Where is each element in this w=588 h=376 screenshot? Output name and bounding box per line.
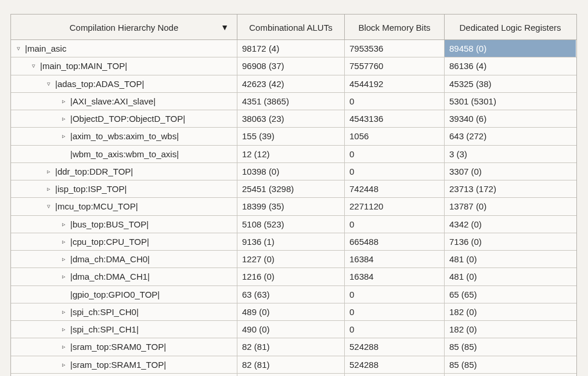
node-cell[interactable]: ▿|main_asic (11, 40, 237, 57)
expander-closed-icon[interactable]: ▹ (60, 131, 68, 141)
col-header-aluts[interactable]: Combinational ALUTs (237, 15, 345, 39)
table-row[interactable]: ▹|dma_ch:DMA_CH1|1216 (0)16384481 (0) (11, 268, 576, 285)
node-cell[interactable]: ▹|sram_top:SRAM0_TOP| (11, 338, 237, 355)
table-row[interactable]: ▹|cpu_top:CPU_TOP|9136 (1)6654887136 (0) (11, 233, 576, 251)
col-header-node-label: Compilation Hierarchy Node (70, 23, 179, 32)
table-row[interactable]: ▿|mcu_top:MCU_TOP|18399 (35)227112013787… (11, 198, 576, 215)
reg-cell[interactable]: 182 (0) (445, 303, 576, 320)
reg-cell[interactable]: 643 (272) (445, 128, 576, 144)
node-cell[interactable]: ▹|sram_top:SRAM1_TOP| (11, 356, 237, 373)
reg-cell[interactable]: 182 (0) (445, 321, 576, 338)
node-cell[interactable]: ▹|bus_top:BUS_TOP| (11, 216, 237, 233)
node-cell[interactable]: ▹|cpu_top:CPU_TOP| (11, 233, 237, 250)
expander-closed-icon[interactable]: ▹ (60, 219, 68, 229)
node-cell[interactable]: ▹|ddr_top:DDR_TOP| (11, 163, 237, 180)
reg-cell[interactable]: 65 (65) (445, 286, 576, 303)
node-cell[interactable]: |wbm_to_axis:wbm_to_axis| (11, 146, 237, 162)
node-cell[interactable]: ▿|mcu_top:MCU_TOP| (11, 198, 237, 215)
node-cell[interactable]: ▿|main_top:MAIN_TOP| (11, 57, 237, 74)
expander-closed-icon[interactable]: ▹ (45, 184, 53, 194)
table-header-row: Compilation Hierarchy Node ▼ Combination… (11, 15, 576, 40)
expander-closed-icon[interactable]: ▹ (60, 360, 68, 370)
reg-cell[interactable]: 45325 (38) (445, 75, 576, 92)
table-row[interactable]: ▹|sram_top:SRAM0_TOP|82 (81)52428885 (85… (11, 338, 576, 356)
reg-cell[interactable]: 89458 (0) (445, 40, 576, 57)
reg-cell[interactable]: 481 (0) (445, 251, 576, 267)
table-row[interactable]: |wbm_to_axis:wbm_to_axis|12 (12)03 (3) (11, 146, 576, 163)
node-cell[interactable]: ▹|dma_ch:DMA_CH1| (11, 268, 237, 285)
expander-closed-icon[interactable]: ▹ (60, 307, 68, 317)
node-cell[interactable]: ▹|isp_top:ISP_TOP| (11, 180, 237, 197)
reg-cell[interactable]: 13787 (0) (445, 198, 576, 215)
node-cell[interactable]: ▹|ObjectD_TOP:ObjectD_TOP| (11, 110, 237, 127)
table-row[interactable]: ▹|bus_top:BUS_TOP|5108 (523)04342 (0) (11, 216, 576, 233)
reg-cell[interactable]: 23713 (172) (445, 180, 576, 197)
node-cell[interactable]: ▹|spi_ch:SPI_CH0| (11, 303, 237, 320)
table-row[interactable]: ▿|adas_top:ADAS_TOP|42623 (42)4544192453… (11, 75, 576, 93)
node-cell[interactable]: ▿|adas_top:ADAS_TOP| (11, 75, 237, 92)
expander-closed-icon[interactable]: ▹ (60, 237, 68, 247)
col-header-node[interactable]: Compilation Hierarchy Node ▼ (11, 15, 237, 39)
expander-closed-icon[interactable]: ▹ (60, 96, 68, 106)
node-label: |main_top:MAIN_TOP| (40, 59, 127, 73)
reg-cell[interactable]: 4342 (0) (445, 216, 576, 233)
expander-closed-icon[interactable]: ▹ (60, 254, 68, 264)
node-cell[interactable]: ▹|dma_ch:DMA_CH0| (11, 251, 237, 267)
reg-cell[interactable]: 481 (0) (445, 268, 576, 285)
node-label: |ObjectD_TOP:ObjectD_TOP| (70, 112, 185, 125)
col-header-reg[interactable]: Dedicated Logic Registers (445, 15, 576, 39)
aluts-cell: 4351 (3865) (237, 93, 345, 110)
reg-cell[interactable]: 85 (85) (445, 338, 576, 355)
aluts-cell: 489 (0) (237, 303, 345, 320)
table-row[interactable]: ▹|spi_ch:SPI_CH1|490 (0)0182 (0) (11, 321, 576, 338)
expander-closed-icon[interactable]: ▹ (45, 167, 53, 176)
expander-open-icon[interactable]: ▿ (45, 201, 53, 211)
aluts-cell: 1227 (0) (237, 251, 345, 267)
col-header-mem[interactable]: Block Memory Bits (345, 15, 445, 39)
mem-cell: 524288 (345, 338, 445, 355)
table-row[interactable]: ▹|ddr_top:DDR_TOP|10398 (0)03307 (0) (11, 163, 576, 180)
node-label: |main_asic (25, 42, 66, 55)
reg-cell[interactable]: 85 (85) (445, 356, 576, 373)
table-row[interactable]: ▹|axim_to_wbs:axim_to_wbs|155 (39)105664… (11, 128, 576, 145)
expander-closed-icon[interactable]: ▹ (60, 324, 68, 334)
node-label: |axim_to_wbs:axim_to_wbs| (70, 129, 179, 143)
expander-closed-icon[interactable]: ▹ (60, 114, 68, 124)
mem-cell: 0 (345, 303, 445, 320)
sort-icon[interactable]: ▼ (221, 23, 229, 32)
table-row[interactable]: ▹|ObjectD_TOP:ObjectD_TOP|38063 (23)4543… (11, 110, 576, 128)
table-row[interactable]: ▹|AXI_slave:AXI_slave|4351 (3865)05301 (… (11, 93, 576, 110)
aluts-cell: 9136 (1) (237, 233, 345, 250)
expander-closed-icon[interactable]: ▹ (60, 342, 68, 352)
reg-cell[interactable]: 39340 (6) (445, 110, 576, 127)
table-row[interactable]: ▹|spi_ch:SPI_CH0|489 (0)0182 (0) (11, 303, 576, 321)
node-cell[interactable]: ▹|AXI_slave:AXI_slave| (11, 93, 237, 110)
reg-cell[interactable]: 3307 (0) (445, 163, 576, 180)
table-row[interactable]: ▹|isp_top:ISP_TOP|25451 (3298)7424482371… (11, 180, 576, 198)
expander-closed-icon[interactable]: ▹ (60, 272, 68, 281)
expander-open-icon[interactable]: ▿ (15, 44, 23, 53)
table-row[interactable]: ▹|sram_top:SRAM1_TOP|82 (81)52428885 (85… (11, 356, 576, 374)
reg-cell[interactable]: 7136 (0) (445, 233, 576, 250)
reg-cell[interactable]: 85 (85) (445, 374, 576, 376)
table-row[interactable]: |gpio_top:GPIO0_TOP|63 (63)065 (65) (11, 286, 576, 303)
table-row[interactable]: ▿|main_top:MAIN_TOP|96908 (37)7557760861… (11, 57, 576, 75)
node-cell[interactable]: ▹|axim_to_wbs:axim_to_wbs| (11, 128, 237, 144)
reg-cell[interactable]: 86136 (4) (445, 57, 576, 74)
expander-open-icon[interactable]: ▿ (45, 79, 53, 89)
reg-cell[interactable]: 3 (3) (445, 146, 576, 162)
node-label: |gpio_top:GPIO0_TOP| (70, 288, 160, 301)
node-label: |wbm_to_axis:wbm_to_axis| (70, 147, 179, 161)
node-label: |dma_ch:DMA_CH0| (70, 252, 150, 266)
aluts-cell: 5108 (523) (237, 216, 345, 233)
node-cell[interactable]: ▹|sram_top:SRAM2_TOP| (11, 374, 237, 376)
mem-cell: 4544192 (345, 75, 445, 92)
table-row[interactable]: ▿|main_asic98172 (4)795353689458 (0) (11, 40, 576, 57)
table-row[interactable]: ▹|sram_top:SRAM2_TOP|82 (81)52428885 (85… (11, 374, 576, 376)
node-cell[interactable]: |gpio_top:GPIO0_TOP| (11, 286, 237, 303)
expander-open-icon[interactable]: ▿ (30, 61, 38, 71)
table-row[interactable]: ▹|dma_ch:DMA_CH0|1227 (0)16384481 (0) (11, 251, 576, 268)
reg-cell[interactable]: 5301 (5301) (445, 93, 576, 110)
node-cell[interactable]: ▹|spi_ch:SPI_CH1| (11, 321, 237, 338)
aluts-cell: 25451 (3298) (237, 180, 345, 197)
